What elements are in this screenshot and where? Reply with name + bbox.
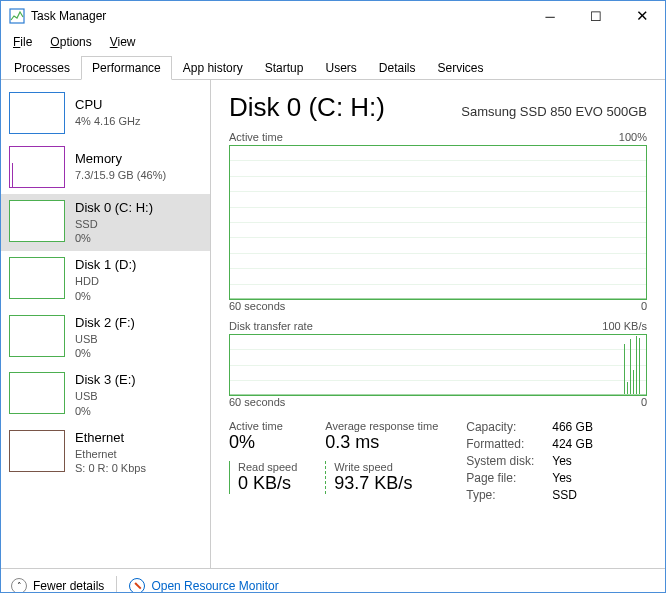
write-speed-label: Write speed xyxy=(334,461,438,473)
tab-services[interactable]: Services xyxy=(427,56,495,80)
active-time-value: 0% xyxy=(229,432,297,453)
sidebar-item-cpu[interactable]: CPU4% 4.16 GHz xyxy=(1,86,210,140)
disk3-thumb xyxy=(9,372,65,414)
disk-model: Samsung SSD 850 EVO 500GB xyxy=(461,104,647,119)
open-resource-monitor-link[interactable]: Open Resource Monitor xyxy=(151,579,278,593)
avg-response-value: 0.3 ms xyxy=(325,432,438,453)
read-speed-label: Read speed xyxy=(238,461,297,473)
sidebar-item-ethernet[interactable]: EthernetEthernetS: 0 R: 0 Kbps xyxy=(1,424,210,481)
disk0-thumb xyxy=(9,200,65,242)
close-button[interactable]: ✕ xyxy=(619,1,665,31)
memory-thumb xyxy=(9,146,65,188)
window-title: Task Manager xyxy=(31,9,527,23)
sidebar[interactable]: CPU4% 4.16 GHz Memory7.3/15.9 GB (46%) D… xyxy=(1,80,211,568)
chart1-xaxis-left: 60 seconds xyxy=(229,300,285,312)
tab-app-history[interactable]: App history xyxy=(172,56,254,80)
maximize-button[interactable]: ☐ xyxy=(573,1,619,31)
transfer-rate-chart xyxy=(229,334,647,396)
ethernet-thumb xyxy=(9,430,65,472)
tab-users[interactable]: Users xyxy=(314,56,367,80)
disk1-thumb xyxy=(9,257,65,299)
footer: ˄ Fewer details Open Resource Monitor xyxy=(1,568,665,593)
page-title: Disk 0 (C: H:) xyxy=(229,92,385,123)
minimize-button[interactable]: ─ xyxy=(527,1,573,31)
resource-monitor-icon[interactable] xyxy=(129,578,145,594)
menubar: File Options View xyxy=(1,31,665,53)
tab-bar: Processes Performance App history Startu… xyxy=(1,55,665,80)
chart1-xaxis-right: 0 xyxy=(641,300,647,312)
taskmgr-icon xyxy=(9,8,25,24)
active-time-label: Active time xyxy=(229,420,297,432)
titlebar: Task Manager ─ ☐ ✕ xyxy=(1,1,665,31)
disk2-thumb xyxy=(9,315,65,357)
fewer-details-button[interactable]: Fewer details xyxy=(33,579,104,593)
menu-view[interactable]: View xyxy=(102,33,144,51)
chart1-right-label: 100% xyxy=(619,131,647,143)
chart2-xaxis-right: 0 xyxy=(641,396,647,408)
tab-details[interactable]: Details xyxy=(368,56,427,80)
main-panel: Disk 0 (C: H:) Samsung SSD 850 EVO 500GB… xyxy=(211,80,665,568)
menu-file[interactable]: File xyxy=(5,33,40,51)
chart1-left-label: Active time xyxy=(229,131,283,143)
read-speed-value: 0 KB/s xyxy=(238,473,297,494)
tab-processes[interactable]: Processes xyxy=(3,56,81,80)
chart2-left-label: Disk transfer rate xyxy=(229,320,313,332)
sidebar-item-disk2[interactable]: Disk 2 (F:)USB0% xyxy=(1,309,210,366)
menu-options[interactable]: Options xyxy=(42,33,99,51)
sidebar-item-disk0[interactable]: Disk 0 (C: H:)SSD0% xyxy=(1,194,210,251)
sidebar-item-disk1[interactable]: Disk 1 (D:)HDD0% xyxy=(1,251,210,308)
disk-properties: Capacity:466 GB Formatted:424 GB System … xyxy=(466,420,593,502)
write-speed-value: 93.7 KB/s xyxy=(334,473,438,494)
chart2-right-label: 100 KB/s xyxy=(602,320,647,332)
avg-response-label: Average response time xyxy=(325,420,438,432)
tab-performance[interactable]: Performance xyxy=(81,56,172,80)
sidebar-item-disk3[interactable]: Disk 3 (E:)USB0% xyxy=(1,366,210,423)
chart2-xaxis-left: 60 seconds xyxy=(229,396,285,408)
chevron-up-icon[interactable]: ˄ xyxy=(11,578,27,594)
active-time-chart xyxy=(229,145,647,300)
cpu-thumb xyxy=(9,92,65,134)
sidebar-item-memory[interactable]: Memory7.3/15.9 GB (46%) xyxy=(1,140,210,194)
tab-startup[interactable]: Startup xyxy=(254,56,315,80)
